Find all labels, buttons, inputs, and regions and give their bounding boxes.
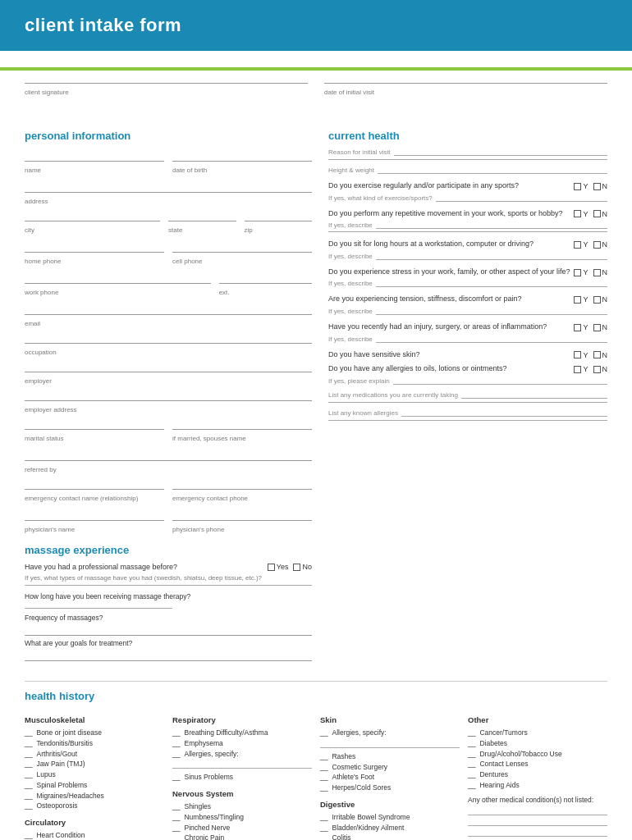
physician-phone-input[interactable] — [172, 508, 312, 521]
q3-n-checkbox[interactable] — [593, 241, 601, 249]
employer-address-input[interactable] — [25, 388, 312, 401]
emergency-phone-input[interactable] — [172, 477, 312, 490]
q2-y-checkbox[interactable] — [574, 210, 581, 217]
date-initial-visit-block: date of initial visit — [324, 71, 607, 97]
reason-field: Reason for initial visit — [328, 148, 607, 156]
dob-label: date of birth — [172, 167, 312, 174]
no-checkbox[interactable] — [293, 564, 300, 571]
q6-n-checkbox[interactable] — [593, 324, 601, 331]
ss-y-checkbox[interactable] — [574, 351, 581, 358]
massage-exp-title: massage experience — [25, 544, 312, 556]
other-conditions-input-2[interactable] — [468, 818, 607, 826]
medications-line-2 — [328, 402, 607, 403]
employer-block: employer — [25, 359, 312, 385]
physician-name-input[interactable] — [25, 508, 164, 521]
question-2-sub: If yes, describe — [328, 221, 607, 229]
zip-input[interactable] — [245, 208, 313, 221]
ss-y-label: Y — [583, 350, 588, 361]
hh-col-4: Other __Cancer/Tumors __Diabetes __Drug/… — [468, 709, 607, 840]
hh-lupus: __Lupus — [25, 769, 164, 780]
hh-athletes-foot: __Athlete's Foot — [320, 772, 460, 783]
sensitive-skin-row: Do you have sensitive skin? Y N — [328, 349, 607, 361]
allergies-oils-sub: If yes, please explain — [328, 377, 607, 385]
address-input[interactable] — [25, 180, 312, 193]
q1-sub-input[interactable] — [436, 201, 607, 202]
q5-y-checkbox[interactable] — [574, 296, 581, 304]
question-1-text: Do you exercise regularly and/or partici… — [328, 180, 570, 191]
emergency-contact-input[interactable] — [25, 477, 164, 490]
q5-n-checkbox[interactable] — [593, 296, 601, 304]
work-phone-label: work phone — [25, 289, 211, 296]
city-input[interactable] — [25, 208, 160, 221]
q3-y-checkbox[interactable] — [574, 241, 581, 249]
height-weight-input[interactable] — [378, 173, 607, 174]
massage-types-line[interactable] — [25, 585, 312, 586]
address-label: address — [25, 198, 312, 205]
q6-y-checkbox[interactable] — [574, 324, 581, 331]
other-conditions-input-1[interactable] — [468, 807, 607, 815]
state-input[interactable] — [168, 208, 236, 221]
q4-y-checkbox[interactable] — [574, 269, 581, 276]
ao-y-item: Y — [574, 364, 588, 375]
q6-n-label: N — [602, 322, 608, 333]
q6-sub-input[interactable] — [376, 342, 607, 343]
city-block: city — [25, 208, 160, 235]
frequency-input[interactable] — [25, 623, 312, 636]
yes-checkbox[interactable] — [268, 564, 275, 571]
hh-resp-allergies: __Allergies, specify: — [172, 749, 312, 760]
q3-sub-input[interactable] — [376, 259, 607, 260]
allergies-oils-text: Do you have any allergies to oils, lotio… — [328, 363, 570, 374]
skin-title: Skin — [320, 715, 460, 724]
allergies-oils-input[interactable] — [393, 384, 607, 385]
marital-input[interactable] — [25, 417, 164, 430]
ext-input[interactable] — [219, 271, 312, 284]
home-phone-input[interactable] — [25, 240, 164, 253]
nervous-system-title: Nervous System — [172, 789, 312, 798]
q5-sub-input[interactable] — [376, 314, 607, 315]
ao-y-label: Y — [583, 364, 588, 375]
work-phone-input[interactable] — [25, 271, 211, 284]
goals-input[interactable] — [25, 648, 312, 661]
q5-y-label: Y — [583, 294, 588, 305]
ao-n-checkbox[interactable] — [593, 366, 601, 373]
top-strip: client signature date of initial visit — [0, 71, 632, 100]
hh-drug: __Drug/Alcohol/Tobacco Use — [468, 749, 607, 760]
how-long-input[interactable] — [25, 608, 172, 609]
occupation-input[interactable] — [25, 331, 312, 344]
q1-n-checkbox[interactable] — [593, 183, 601, 190]
email-input[interactable] — [25, 302, 312, 315]
name-input[interactable] — [25, 148, 164, 162]
hh-col-2: Respiratory __Breathing Difficulty/Asthm… — [172, 709, 312, 840]
employer-address-block: employer address — [25, 388, 312, 413]
question-5-row: Are you experiencing tension, stiffness,… — [328, 294, 607, 315]
q2-n-checkbox[interactable] — [593, 210, 601, 217]
hh-rashes: __Rashes — [320, 751, 460, 762]
ss-y-item: Y — [574, 350, 588, 361]
other-conditions-input-3[interactable] — [468, 829, 607, 837]
q2-sub-input[interactable] — [376, 228, 607, 229]
form-body: personal information name date of birth … — [0, 110, 632, 681]
spouse-input[interactable] — [172, 417, 312, 430]
left-column: personal information name date of birth … — [25, 118, 312, 664]
employer-input[interactable] — [25, 359, 312, 372]
hh-skin-allergies: __ Allergies, specify: — [320, 728, 460, 738]
skin-allergies-specify-line[interactable] — [320, 740, 460, 748]
hh-ibs: __Irritable Bowel Syndrome — [320, 812, 460, 823]
medications-input[interactable] — [461, 398, 607, 399]
ao-y-checkbox[interactable] — [574, 366, 581, 373]
hh-migraines: __Migraines/Headaches — [25, 791, 164, 801]
known-allergies-input[interactable] — [401, 416, 607, 417]
question-2-yn: Y N — [574, 209, 607, 220]
q4-n-checkbox[interactable] — [593, 269, 601, 276]
cell-phone-block: cell phone — [172, 240, 312, 266]
q1-y-checkbox[interactable] — [574, 183, 581, 190]
cell-phone-input[interactable] — [172, 240, 312, 253]
dob-input[interactable] — [172, 148, 312, 162]
referred-input[interactable] — [25, 448, 312, 461]
reason-input[interactable] — [394, 155, 607, 156]
q4-sub-input[interactable] — [376, 286, 607, 287]
goals-label: What are your goals for treatment? — [25, 639, 312, 647]
resp-allergies-specify-line[interactable] — [172, 760, 312, 769]
ss-n-checkbox[interactable] — [593, 351, 601, 358]
known-allergies-line-2 — [328, 420, 607, 421]
